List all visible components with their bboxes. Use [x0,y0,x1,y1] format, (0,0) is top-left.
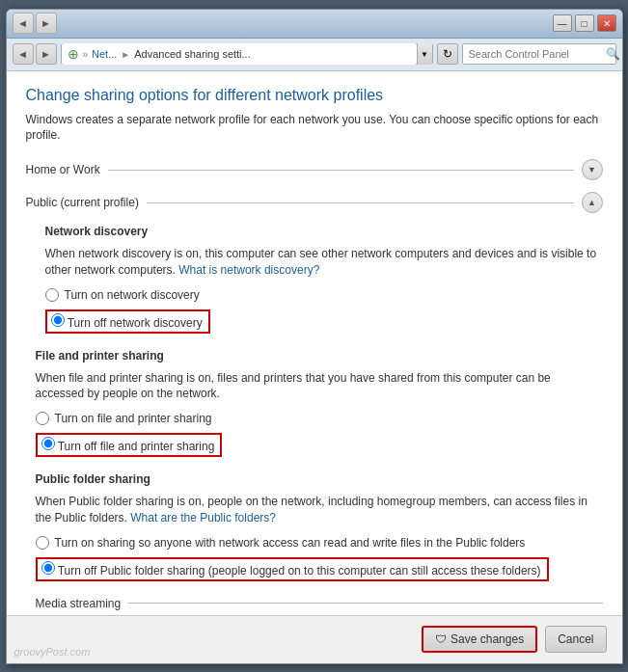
pfs-on-label[interactable]: Turn on sharing so anyone with network a… [55,536,526,550]
save-icon: 🛡 [435,632,447,646]
fps-off-radio[interactable] [41,437,55,450]
breadcrumb-dropdown[interactable]: ▼ [417,43,432,65]
network-discovery-link[interactable]: What is network discovery? [178,263,319,277]
public-folder-sharing-section: Public folder sharing When Public folder… [26,472,603,583]
network-discovery-section: Network discovery When network discovery… [26,225,603,336]
fps-on-radio[interactable] [36,412,49,425]
nd-on-label[interactable]: Turn on network discovery [65,288,200,302]
main-content: Change sharing options for different net… [7,71,622,615]
breadcrumb-separator1: » [83,49,89,60]
nd-off-option: Turn off network discovery [45,308,603,336]
addr-back-button[interactable]: ◄ [13,43,34,65]
minimize-button[interactable]: — [553,14,572,32]
fps-on-label[interactable]: Turn on file and printer sharing [55,412,212,425]
media-streaming-divider [128,603,602,604]
pfs-on-option: Turn on sharing so anyone with network a… [36,534,603,551]
save-label: Save changes [451,632,524,646]
bottom-bar: groovyPost.com 🛡 Save changes Cancel [7,615,622,663]
fps-off-label[interactable]: Turn off file and printer sharing [58,440,215,453]
nd-on-option: Turn on network discovery [45,286,603,304]
refresh-button[interactable]: ↻ [437,43,458,65]
nav-buttons: ◄ ► [13,13,57,34]
fps-off-highlight: Turn off file and printer sharing [36,433,223,457]
addr-forward-button[interactable]: ► [36,43,57,65]
file-printer-sharing-section: File and printer sharing When file and p… [26,349,603,460]
breadcrumb-part1[interactable]: Net... [92,48,117,60]
public-folder-desc: When Public folder sharing is on, people… [36,494,603,526]
pfs-off-radio[interactable] [41,561,55,575]
search-box: 🔍 [462,43,616,65]
breadcrumb-icon: ⊕ [68,46,79,62]
fps-on-option: Turn on file and printer sharing [36,410,603,427]
nd-off-highlight: Turn off network discovery [45,309,210,334]
pfs-on-radio[interactable] [36,536,49,550]
close-button[interactable]: ✕ [597,14,616,32]
home-or-work-section: Home or Work ▼ [26,159,603,180]
breadcrumb: ⊕ » Net... ► Advanced sharing setti... [62,43,417,65]
watermark: groovyPost.com [14,646,91,658]
home-or-work-label: Home or Work [26,163,108,176]
page-desc: Windows creates a separate network profi… [26,112,603,145]
public-collapse[interactable]: ▲ [582,192,603,213]
search-icon[interactable]: 🔍 [606,47,620,61]
titlebar-controls: — □ ✕ [553,14,616,32]
main-window: ◄ ► — □ ✕ ◄ ► ⊕ » Net... ► Advanced shar… [6,9,623,664]
titlebar: ◄ ► — □ ✕ [7,10,622,39]
nd-off-label[interactable]: Turn off network discovery [68,316,203,330]
pfs-off-highlight: Turn off Public folder sharing (people l… [36,557,549,581]
media-streaming-label: Media streaming [36,597,129,610]
addressbar: ◄ ► ⊕ » Net... ► Advanced sharing setti.… [7,39,622,71]
nd-on-radio[interactable] [45,288,59,302]
media-streaming-header: Media streaming [36,597,603,610]
public-folder-link[interactable]: What are the Public folders? [130,511,276,524]
maximize-button[interactable]: □ [575,14,594,32]
home-or-work-divider [108,170,574,171]
public-label: Public (current profile) [26,196,147,209]
media-streaming-section: Media streaming When media streaming is … [26,597,603,615]
network-discovery-title: Network discovery [45,225,603,238]
content-area: Change sharing options for different net… [7,71,622,615]
page-title: Change sharing options for different net… [26,87,603,104]
public-divider [147,202,574,203]
cancel-button[interactable]: Cancel [545,626,606,653]
search-input[interactable] [469,48,602,60]
breadcrumb-part2: Advanced sharing setti... [134,48,250,60]
save-button[interactable]: 🛡 Save changes [422,626,537,653]
home-or-work-collapse[interactable]: ▼ [582,159,603,180]
back-button[interactable]: ◄ [13,13,34,34]
breadcrumb-arrow: ► [121,49,130,60]
public-folder-title: Public folder sharing [36,472,603,486]
public-section-header: Public (current profile) ▲ [26,192,603,213]
nd-off-radio[interactable] [51,313,65,327]
file-printer-sharing-desc: When file and printer sharing is on, fil… [36,370,603,403]
file-printer-sharing-title: File and printer sharing [36,349,603,363]
pfs-off-label[interactable]: Turn off Public folder sharing (people l… [58,564,541,578]
pfs-off-option: Turn off Public folder sharing (people l… [36,555,603,583]
forward-button[interactable]: ► [36,13,57,34]
fps-off-option: Turn off file and printer sharing [36,431,603,459]
network-discovery-desc: When network discovery is on, this compu… [45,246,603,279]
